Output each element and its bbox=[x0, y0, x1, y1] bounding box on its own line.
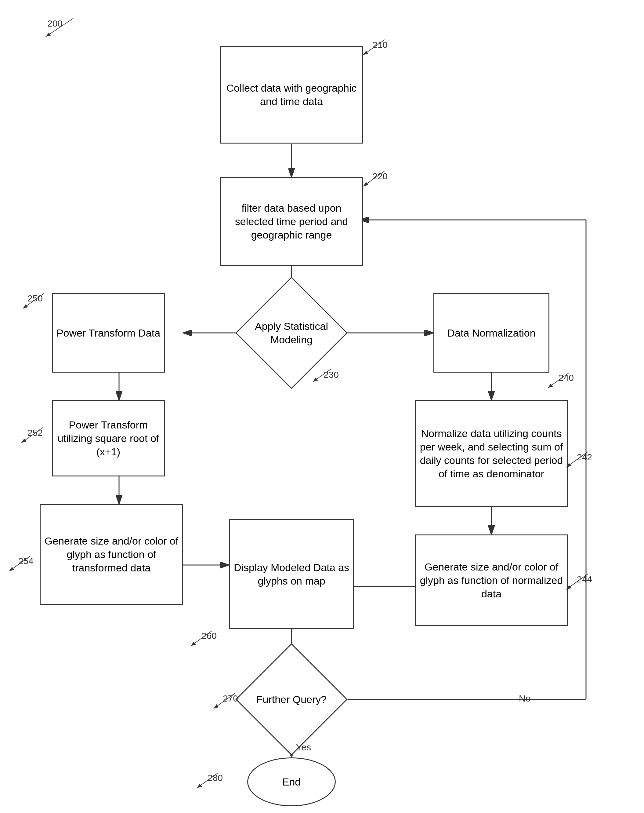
ref-arrow-242 bbox=[564, 449, 592, 470]
svg-line-24 bbox=[548, 373, 569, 388]
box-220: filter data based upon selected time per… bbox=[220, 177, 363, 266]
svg-line-28 bbox=[566, 574, 587, 589]
ref-arrow-260 bbox=[189, 627, 217, 649]
svg-line-16 bbox=[46, 18, 73, 37]
ref-arrow-280 bbox=[195, 770, 223, 791]
svg-line-22 bbox=[313, 369, 331, 382]
ref-arrow-200 bbox=[40, 15, 76, 40]
ref-arrow-250 bbox=[18, 290, 49, 311]
svg-line-40 bbox=[197, 773, 218, 788]
svg-line-36 bbox=[191, 630, 212, 646]
ref-arrow-230 bbox=[311, 367, 336, 385]
svg-line-38 bbox=[214, 693, 235, 709]
svg-line-32 bbox=[21, 428, 43, 443]
box-250: Power Transform Data bbox=[52, 293, 165, 373]
svg-line-34 bbox=[9, 556, 31, 571]
diamond-230: Apply Statistical Modeling bbox=[252, 293, 331, 373]
label-yes: Yes bbox=[296, 742, 311, 753]
diagram: 200 Collect data with geographic and tim… bbox=[0, 0, 644, 813]
ref-arrow-210 bbox=[360, 37, 391, 58]
svg-line-26 bbox=[566, 452, 587, 467]
label-no: No bbox=[519, 693, 531, 704]
ref-arrow-244 bbox=[564, 571, 592, 592]
box-254: Generate size and/or color of glyph as f… bbox=[40, 504, 183, 605]
oval-280: End bbox=[247, 758, 336, 806]
ref-arrow-252 bbox=[17, 425, 47, 446]
ref-arrow-220 bbox=[360, 168, 391, 189]
box-240: Data Normalization bbox=[433, 293, 549, 373]
svg-line-30 bbox=[23, 293, 44, 308]
diamond-270: Further Query? bbox=[252, 660, 331, 739]
ref-arrow-270 bbox=[212, 690, 240, 712]
box-210: Collect data with geographic and time da… bbox=[220, 46, 363, 144]
box-242: Normalize data utilizing counts per week… bbox=[415, 400, 568, 507]
box-244: Generate size and/or color of glyph as f… bbox=[415, 534, 568, 626]
box-260: Display Modeled Data as glyphs on map bbox=[229, 519, 354, 629]
svg-line-18 bbox=[363, 40, 385, 55]
svg-line-20 bbox=[363, 171, 385, 186]
ref-arrow-254 bbox=[8, 553, 35, 574]
box-252: Power Transform utilizing square root of… bbox=[52, 400, 165, 476]
ref-arrow-240 bbox=[546, 370, 574, 391]
